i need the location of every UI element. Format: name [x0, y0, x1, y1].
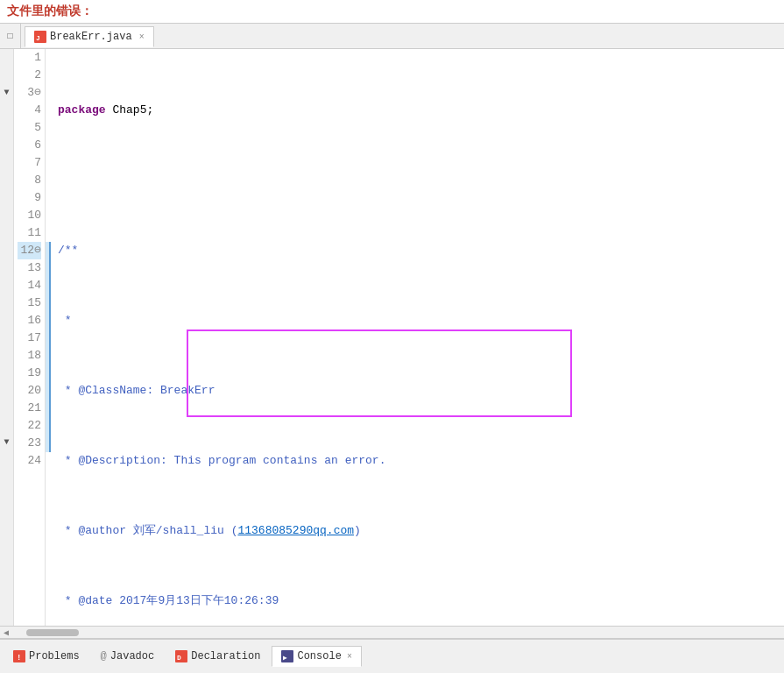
svg-text:▶: ▶: [283, 654, 287, 662]
tab-filename: BreakErr.java: [50, 31, 132, 43]
code-line-2: [58, 172, 784, 189]
code-line-3: /**: [58, 242, 784, 259]
scroll-left-icon[interactable]: ◀: [4, 627, 9, 638]
left-gutter: ▼ ▼: [0, 49, 14, 626]
console-label: Console: [297, 650, 341, 662]
editor-tab[interactable]: J BreakErr.java ×: [25, 26, 154, 47]
java-file-icon: J: [34, 31, 46, 43]
tab-close-icon[interactable]: ×: [139, 32, 145, 42]
bottom-panel: ! Problems @ Javadoc D Declaration ▶ Con…: [0, 638, 784, 673]
editor-container: ▼ ▼ 1 2 3⊖ 4 5 6 7 8 9 10 11 12⊖ 13 14 1…: [0, 49, 784, 626]
tab-javadoc[interactable]: @ Javadoc: [91, 646, 165, 667]
tab-console[interactable]: ▶ Console ×: [272, 646, 361, 667]
collapse-arrow-1[interactable]: ▼: [4, 84, 9, 102]
pink-box: [187, 329, 572, 417]
svg-text:!: !: [17, 654, 21, 662]
code-line-5: * @ClassName: BreakErr: [58, 382, 784, 400]
code-line-4: *: [58, 312, 784, 329]
svg-text:D: D: [177, 654, 181, 662]
console-icon: ▶: [281, 650, 293, 662]
problems-icon: !: [13, 650, 25, 662]
javadoc-icon: @: [101, 650, 107, 662]
collapse-arrow-2[interactable]: ▼: [4, 434, 9, 451]
declaration-icon: D: [175, 650, 187, 662]
code-line-1: package Chap5;: [58, 102, 784, 119]
tab-bar: □ J BreakErr.java ×: [0, 24, 784, 49]
tab-collapse-btn[interactable]: □: [0, 24, 21, 48]
h-scrollbar-thumb[interactable]: [26, 629, 79, 636]
tab-declaration[interactable]: D Declaration: [166, 646, 270, 667]
javadoc-label: Javadoc: [110, 650, 154, 662]
h-scrollbar[interactable]: ◀: [0, 626, 784, 638]
line-numbers: 1 2 3⊖ 4 5 6 7 8 9 10 11 12⊖ 13 14 15 16…: [14, 49, 46, 626]
code-area: 1 2 3⊖ 4 5 6 7 8 9 10 11 12⊖ 13 14 15 16…: [14, 49, 784, 626]
svg-text:J: J: [36, 34, 40, 42]
code-line-7: * @author 刘军/shall_liu (11368085290qq.co…: [58, 522, 784, 540]
title-bar: 文件里的错误：: [0, 0, 784, 24]
declaration-label: Declaration: [191, 650, 260, 662]
tab-problems[interactable]: ! Problems: [4, 646, 89, 667]
code-lines[interactable]: package Chap5; /** * * @ClassName: Break…: [51, 49, 784, 626]
code-line-6: * @Description: This program contains an…: [58, 452, 784, 470]
code-line-8: * @date 2017年9月13日下午10:26:39: [58, 592, 784, 610]
console-close-icon[interactable]: ×: [347, 652, 352, 662]
problems-label: Problems: [29, 650, 80, 662]
title-text: 文件里的错误：: [7, 4, 93, 18]
